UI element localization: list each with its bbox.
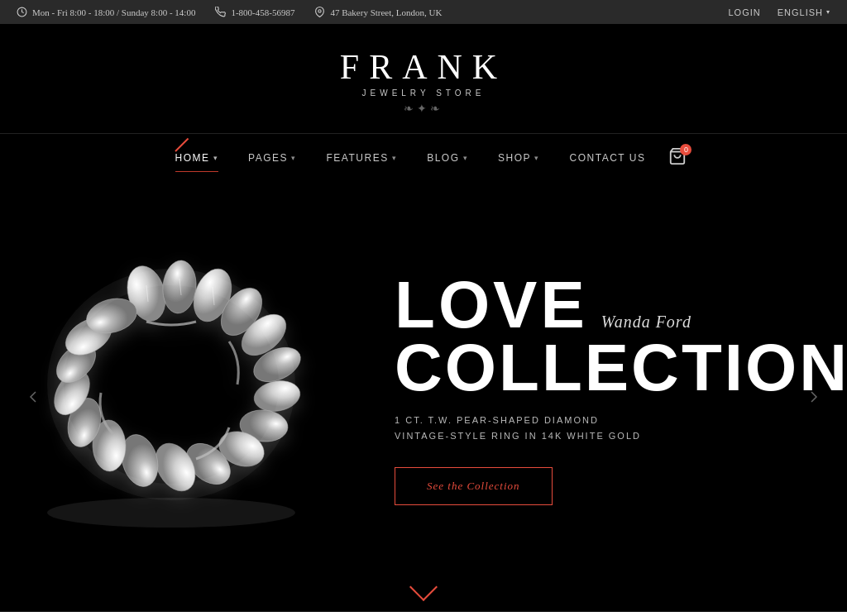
site-header: FRANK JEWELRY STORE ❧✦❧ bbox=[0, 24, 847, 133]
brand-ornament: ❧✦❧ bbox=[17, 101, 830, 120]
hero-cta-button[interactable]: See the Collection bbox=[395, 467, 553, 505]
chevron-down-icon: ▾ bbox=[534, 154, 540, 162]
hero-next-button[interactable] bbox=[797, 380, 830, 413]
hero-scroll-down-button[interactable] bbox=[414, 574, 433, 597]
hero-description: 1 CT. T.W. PEAR-SHAPED DIAMOND VINTAGE-S… bbox=[395, 413, 847, 443]
hero-love-text: LOVE bbox=[395, 272, 588, 338]
nav-item-shop[interactable]: SHOP ▾ bbox=[483, 146, 555, 170]
login-link[interactable]: LOGIN bbox=[728, 7, 760, 17]
top-bar-actions: LOGIN ENGLISH ▾ bbox=[728, 7, 830, 17]
brand-subtitle: JEWELRY STORE bbox=[17, 88, 830, 98]
nav-item-pages[interactable]: PAGES ▾ bbox=[233, 146, 311, 170]
nav-label-home: HOME bbox=[175, 152, 210, 164]
hero-title-love-line: LOVE Wanda Ford bbox=[395, 272, 847, 338]
chevron-down-icon: ▾ bbox=[463, 154, 469, 162]
hero-collection-text: COLLECTION bbox=[395, 338, 847, 398]
chevron-down-icon bbox=[409, 573, 438, 601]
svg-text:❧✦❧: ❧✦❧ bbox=[404, 103, 443, 115]
hero-desc-line1: 1 CT. T.W. PEAR-SHAPED DIAMOND bbox=[395, 413, 847, 428]
clock-icon bbox=[17, 7, 27, 17]
nav-label-contact: CONTACT US bbox=[570, 152, 646, 164]
nav-item-contact[interactable]: CONTACT US bbox=[555, 146, 661, 170]
location-icon bbox=[314, 7, 325, 17]
ring-svg bbox=[10, 240, 333, 537]
main-navigation: HOME ▾ PAGES ▾ FEATURES ▾ BLOG ▾ SHOP ▾ … bbox=[0, 133, 847, 182]
phone-text: 1-800-458-56987 bbox=[231, 7, 294, 17]
hero-section: LOVE Wanda Ford COLLECTION 1 CT. T.W. PE… bbox=[0, 182, 847, 612]
nav-label-features: FEATURES bbox=[327, 152, 389, 164]
svg-point-25 bbox=[47, 498, 295, 528]
language-chevron-icon: ▾ bbox=[826, 8, 830, 16]
page-footer-section bbox=[0, 612, 847, 616]
hero-text-content: LOVE Wanda Ford COLLECTION 1 CT. T.W. PE… bbox=[378, 272, 847, 504]
nav-label-blog: BLOG bbox=[427, 152, 459, 164]
cart-badge: 0 bbox=[680, 144, 691, 155]
address-text: 47 Bakery Street, London, UK bbox=[330, 7, 442, 17]
phone-icon bbox=[215, 7, 226, 17]
brand-name[interactable]: FRANK bbox=[17, 47, 830, 87]
hero-product-image bbox=[0, 240, 345, 537]
chevron-down-icon: ▾ bbox=[392, 154, 398, 162]
hero-prev-button[interactable] bbox=[17, 380, 50, 413]
nav-item-blog[interactable]: BLOG ▾ bbox=[412, 146, 483, 170]
nav-item-features[interactable]: FEATURES ▾ bbox=[312, 146, 413, 170]
phone-item[interactable]: 1-800-458-56987 bbox=[215, 7, 294, 17]
language-selector[interactable]: ENGLISH ▾ bbox=[778, 7, 830, 17]
hero-desc-line2: VINTAGE-STYLE RING IN 14K WHITE GOLD bbox=[395, 428, 847, 444]
nav-item-home[interactable]: HOME ▾ bbox=[160, 146, 234, 170]
chevron-down-icon: ▾ bbox=[291, 154, 297, 162]
hero-inner: LOVE Wanda Ford COLLECTION 1 CT. T.W. PE… bbox=[26, 240, 821, 537]
top-bar: Mon - Fri 8:00 - 18:00 / Sunday 8:00 - 1… bbox=[0, 0, 847, 24]
cart-button[interactable]: 0 bbox=[668, 147, 687, 170]
address-item: 47 Bakery Street, London, UK bbox=[314, 7, 442, 17]
svg-point-1 bbox=[318, 10, 321, 12]
chevron-down-icon: ▾ bbox=[213, 154, 219, 162]
hero-subtitle-name: Wanda Ford bbox=[601, 313, 691, 330]
nav-label-shop: SHOP bbox=[498, 152, 531, 164]
hours-item: Mon - Fri 8:00 - 18:00 / Sunday 8:00 - 1… bbox=[17, 7, 195, 17]
top-bar-info: Mon - Fri 8:00 - 18:00 / Sunday 8:00 - 1… bbox=[17, 7, 442, 17]
hours-text: Mon - Fri 8:00 - 18:00 / Sunday 8:00 - 1… bbox=[32, 7, 195, 17]
nav-label-pages: PAGES bbox=[248, 152, 288, 164]
